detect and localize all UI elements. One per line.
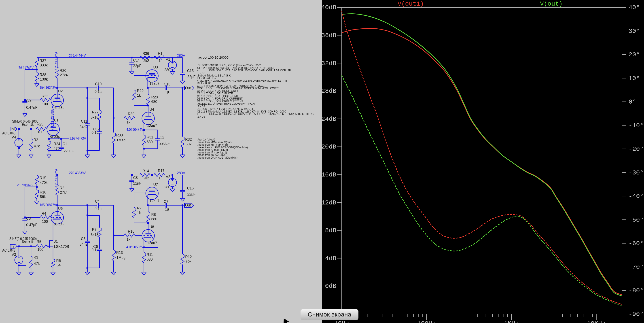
svg-text:0.1µ: 0.1µ — [94, 207, 102, 211]
svg-text:Out: Out — [185, 203, 191, 207]
svg-text:R10: R10 — [128, 230, 134, 233]
svg-text:-80°: -80° — [628, 287, 644, 294]
svg-text:0dB: 0dB — [325, 283, 336, 290]
svg-text:C7: C7 — [164, 200, 168, 204]
svg-text:V1: V1 — [166, 58, 170, 61]
svg-text:680: 680 — [151, 217, 157, 221]
svg-text:680: 680 — [147, 140, 153, 144]
svg-text:V3: V3 — [12, 253, 16, 256]
svg-text:4.0690556V: 4.0690556V — [126, 245, 143, 249]
svg-text:C16: C16 — [187, 186, 194, 190]
svg-text:100: 100 — [42, 102, 48, 106]
svg-text:-30°: -30° — [628, 169, 644, 176]
svg-text:40°: 40° — [628, 4, 640, 11]
svg-text:50k: 50k — [186, 142, 192, 146]
svg-text:In1: In1 — [11, 127, 16, 131]
svg-text:R27: R27 — [92, 110, 98, 114]
svg-text:R16: R16 — [40, 190, 46, 194]
svg-text:6n23p: 6n23p — [54, 223, 64, 227]
svg-text:40dB: 40dB — [321, 4, 336, 11]
svg-text:100: 100 — [37, 248, 44, 252]
svg-text:22µF: 22µF — [133, 182, 142, 185]
svg-text:R1: R1 — [158, 52, 162, 55]
svg-text:1KHz: 1KHz — [504, 320, 519, 323]
svg-text:R32: R32 — [185, 138, 192, 141]
svg-text:100Hz: 100Hz — [417, 320, 436, 323]
svg-text:100: 100 — [37, 130, 44, 134]
svg-text:10°: 10° — [628, 75, 640, 82]
svg-text:R20: R20 — [60, 69, 66, 72]
svg-text:3k18: 3k18 — [90, 116, 98, 119]
svg-text:0.1µ: 0.1µ — [92, 131, 98, 134]
svg-text:4.2073363mA: 4.2073363mA — [54, 52, 58, 70]
svg-text:154.16342V: 154.16342V — [40, 86, 56, 90]
svg-text:R29: R29 — [137, 89, 144, 92]
svg-text:R21: R21 — [34, 138, 40, 142]
svg-text:C9: C9 — [26, 99, 31, 103]
svg-text:1k: 1k — [126, 238, 130, 241]
svg-text:100: 100 — [42, 220, 48, 224]
svg-text:R3: R3 — [34, 256, 38, 259]
svg-text:-70°: -70° — [628, 264, 644, 270]
svg-text:R12: R12 — [185, 255, 192, 259]
svg-text:269.44444V: 269.44444V — [69, 54, 86, 58]
svg-text:1k: 1k — [137, 211, 141, 215]
svg-text:12au7: 12au7 — [147, 124, 157, 128]
svg-text:28dB: 28dB — [321, 88, 336, 94]
svg-text:280V: 280V — [177, 171, 185, 175]
svg-text:1Meg: 1Meg — [116, 256, 126, 260]
svg-text:J1: J1 — [54, 240, 58, 243]
svg-text:27k4: 27k4 — [60, 73, 68, 77]
svg-text:.ac oct 100 10 20000: .ac oct 100 10 20000 — [198, 56, 228, 59]
svg-text:LSK170B: LSK170B — [54, 245, 69, 248]
svg-text:C10: C10 — [95, 82, 102, 86]
svg-text:In: In — [11, 244, 14, 248]
svg-text:20dB: 20dB — [321, 144, 336, 150]
svg-text:50k: 50k — [186, 260, 192, 264]
svg-text:R24: R24 — [54, 142, 60, 146]
svg-text:280: 280 — [164, 68, 170, 72]
svg-text:AC 0.045: AC 0.045 — [2, 248, 16, 252]
svg-text:-20°: -20° — [628, 146, 644, 152]
svg-text:6n23p: 6n23p — [54, 106, 64, 110]
svg-text:C15: C15 — [187, 69, 194, 73]
svg-text:27k4: 27k4 — [60, 190, 68, 194]
svg-text:V(out): V(out) — [540, 0, 562, 8]
svg-text:C11: C11 — [81, 120, 87, 123]
svg-text:0.47µF: 0.47µF — [26, 223, 37, 227]
svg-text:.ENDS: .ENDS — [197, 115, 206, 118]
svg-text:C1: C1 — [62, 142, 67, 146]
svg-text:+ CCG=2.3P CGP=2: + CCG=2.3P CGP=2.2P CCP=1.0P ; ADD .7PF … — [197, 112, 314, 116]
svg-text:220µF: 220µF — [64, 149, 74, 153]
svg-text:12au7: 12au7 — [150, 82, 160, 86]
svg-text:Снимок экрана: Снимок экрана — [308, 311, 351, 318]
svg-text:R2: R2 — [60, 186, 64, 190]
svg-text:8dB: 8dB — [325, 227, 336, 234]
svg-text:R17: R17 — [158, 169, 164, 173]
svg-text:+ KVB=300.0 VCT=: + KVB=300.0 VCT=0.00 RGI=2000 CCG=3.6P C… — [197, 69, 291, 72]
svg-text:1: 1 — [158, 176, 160, 180]
svg-text:1µ: 1µ — [165, 207, 169, 211]
svg-text:C4: C4 — [95, 200, 100, 203]
svg-text:32dB: 32dB — [321, 60, 336, 67]
svg-text:R6: R6 — [56, 259, 61, 262]
svg-text:270.43839V: 270.43839V — [69, 171, 86, 175]
svg-text:4dB: 4dB — [325, 255, 336, 262]
svg-text:0.1µ: 0.1µ — [92, 248, 98, 252]
svg-text:78.1121368V: 78.1121368V — [50, 106, 54, 131]
svg-text:C3: C3 — [26, 216, 31, 220]
svg-text:30°: 30° — [628, 28, 640, 35]
svg-text:28.791969V: 28.791969V — [17, 183, 34, 187]
svg-text:U7: U7 — [154, 183, 158, 186]
svg-text:C13: C13 — [164, 82, 170, 86]
svg-text:56k: 56k — [40, 195, 46, 199]
svg-text:R4: R4 — [42, 212, 46, 216]
svg-text:34n2: 34n2 — [80, 242, 88, 246]
svg-text:280: 280 — [164, 185, 170, 189]
svg-text:R7: R7 — [92, 228, 96, 232]
svg-text:76.14743V: 76.14743V — [18, 66, 34, 70]
svg-text:C2: C2 — [160, 135, 164, 139]
svg-text:R31: R31 — [147, 135, 153, 139]
svg-text:Out1: Out1 — [185, 86, 193, 90]
svg-text:V(out1): V(out1) — [398, 0, 424, 8]
